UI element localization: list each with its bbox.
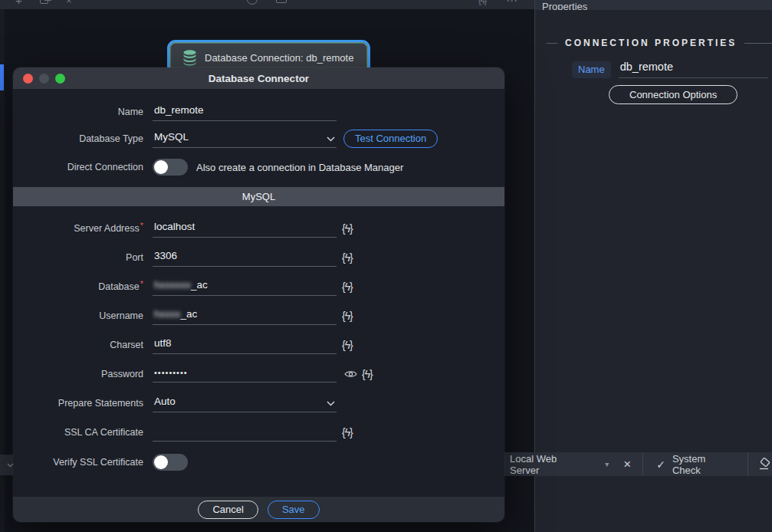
- plus-icon[interactable]: +: [15, 0, 22, 9]
- save-button[interactable]: Save: [268, 501, 320, 519]
- cancel-button[interactable]: Cancel: [198, 501, 258, 519]
- chevron-down-icon: [327, 397, 335, 409]
- statusbar-left-stub: [0, 455, 14, 475]
- password-row: Password ••••••••• {ϟ}: [13, 360, 504, 389]
- database-type-label: Database Type: [13, 133, 143, 144]
- direct-connection-toggle[interactable]: [153, 159, 188, 176]
- password-label: Password: [13, 369, 143, 379]
- eraser-icon[interactable]: [757, 458, 772, 471]
- share-icon[interactable]: [276, 0, 287, 3]
- system-check-label: System Check: [672, 453, 736, 476]
- verify-ssl-row: Verify SSL Certificate: [13, 447, 504, 478]
- node-label: Database Connection: db_remote: [205, 52, 353, 64]
- statusbar-divider: [642, 452, 643, 476]
- verify-ssl-label: Verify SSL Certificate: [13, 457, 143, 468]
- chevron-down-icon: [327, 133, 335, 144]
- password-input[interactable]: •••••••••: [153, 366, 337, 383]
- toggle-knob: [154, 455, 168, 469]
- panel-name-input[interactable]: db_remote: [619, 61, 768, 78]
- properties-tab[interactable]: Properties: [535, 0, 772, 10]
- ssl-ca-row: SSL CA Certificate {ϟ}: [13, 418, 504, 447]
- server-target-label: Local Web Server: [510, 453, 588, 476]
- server-target-selector[interactable]: Local Web Server ▾: [510, 453, 609, 476]
- binding-picker-icon[interactable]: {ϟ}: [342, 426, 353, 438]
- top-toolbar: + × {ϟ} ⋯: [0, 0, 534, 9]
- statusbar-divider-2: [747, 452, 748, 476]
- prepare-statements-label: Prepare Statements: [13, 398, 143, 409]
- port-row: Port 3306 {ϟ}: [13, 243, 504, 272]
- database-row: Database* hxxxxxx_ac {ϟ}: [13, 272, 504, 301]
- database-input[interactable]: hxxxxxx_ac: [153, 277, 337, 296]
- section-dash-right: [744, 43, 772, 44]
- toggle-knob: [154, 160, 168, 174]
- username-label: Username: [13, 310, 143, 321]
- redacted-text: hxxxx: [154, 308, 181, 320]
- section-title: CONNECTION PROPERTIES: [565, 38, 737, 48]
- copy-icon-back: [44, 0, 52, 1]
- database-type-select[interactable]: MySQL: [153, 130, 337, 148]
- charset-input[interactable]: utf8: [153, 336, 337, 354]
- binding-picker-icon[interactable]: {ϟ}: [342, 251, 353, 264]
- section-dash-left: [547, 43, 557, 44]
- server-close-icon[interactable]: ×: [623, 457, 631, 472]
- dialog-title: Database Connector: [13, 73, 504, 84]
- server-address-input[interactable]: localhost: [153, 219, 337, 238]
- close-icon[interactable]: ×: [66, 0, 72, 9]
- server-address-row: Server Address* localhost {ϟ}: [13, 214, 504, 243]
- status-bar: Local Web Server ▾ × ✓ System Check: [504, 452, 772, 476]
- system-check-button[interactable]: ✓ System Check: [656, 453, 736, 476]
- charset-label: Charset: [13, 340, 143, 350]
- panel-name-row: Name db_remote: [572, 61, 768, 78]
- eye-icon[interactable]: [344, 369, 357, 379]
- panel-name-label: Name: [572, 61, 611, 78]
- dialog-titlebar: Database Connector: [13, 67, 504, 89]
- database-type-row: Database Type MySQL Test Connection: [13, 125, 504, 152]
- binding-panel-icon[interactable]: {ϟ}: [478, 0, 486, 9]
- left-edge-accent: [0, 64, 4, 90]
- test-connection-button[interactable]: Test Connection: [343, 130, 438, 148]
- ssl-ca-input[interactable]: [153, 423, 337, 442]
- binding-picker-icon[interactable]: {ϟ}: [362, 368, 373, 380]
- port-input[interactable]: 3306: [153, 248, 337, 267]
- database-label: Database*: [13, 281, 143, 292]
- name-row: Name db_remote: [13, 98, 504, 125]
- prepare-statements-select[interactable]: Auto: [153, 394, 337, 412]
- binding-picker-icon[interactable]: {ϟ}: [342, 339, 353, 351]
- connection-options-button[interactable]: Connection Options: [609, 85, 738, 104]
- direct-connection-note: Also create a connection in Database Man…: [196, 162, 403, 173]
- direct-connection-label: Direct Connection: [13, 162, 143, 172]
- dialog-footer: Cancel Save: [13, 497, 504, 522]
- connection-properties-section: CONNECTION PROPERTIES: [535, 38, 772, 48]
- more-icon[interactable]: ⋯: [506, 0, 517, 9]
- database-connector-dialog: Database Connector Name db_remote Databa…: [13, 67, 504, 522]
- binding-picker-icon[interactable]: {ϟ}: [342, 310, 353, 322]
- check-icon: ✓: [656, 458, 665, 471]
- verify-ssl-toggle[interactable]: [153, 454, 188, 471]
- name-label: Name: [13, 107, 143, 117]
- username-input[interactable]: hxxxx_ac: [153, 307, 337, 325]
- username-row: Username hxxxx_ac {ϟ}: [13, 301, 504, 330]
- mysql-section-header: MySQL: [13, 187, 504, 206]
- dropdown-caret-icon: ▾: [605, 460, 609, 468]
- server-address-label: Server Address*: [13, 223, 143, 234]
- required-asterisk: *: [140, 279, 143, 288]
- binding-picker-icon[interactable]: {ϟ}: [342, 222, 353, 235]
- binding-picker-icon[interactable]: {ϟ}: [342, 281, 353, 293]
- name-input[interactable]: db_remote: [153, 103, 337, 121]
- ssl-ca-label: SSL CA Certificate: [13, 427, 143, 438]
- prepare-statements-row: Prepare Statements Auto: [13, 389, 504, 418]
- redacted-text: hxxxxxx: [154, 279, 191, 291]
- charset-row: Charset utf8 {ϟ}: [13, 330, 504, 360]
- direct-connection-row: Direct Connection Also create a connecti…: [13, 152, 504, 182]
- required-asterisk: *: [140, 221, 143, 230]
- database-icon: [182, 50, 197, 66]
- history-icon[interactable]: [247, 0, 258, 5]
- port-label: Port: [13, 252, 143, 263]
